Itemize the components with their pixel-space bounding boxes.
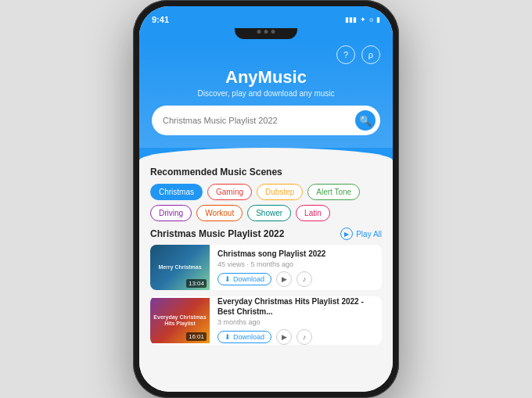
song-meta-2: 3 months ago [217,318,374,326]
notch [235,28,297,39]
notch-dot-1 [257,30,261,34]
search-input[interactable] [163,116,349,125]
chip-driving[interactable]: Driving [150,205,192,221]
search-icon: 🔍 [359,115,372,127]
download-icon-2: ⬇ [225,333,231,341]
header-icons: ? ρ [152,45,380,64]
song-info-2: Everyday Christmas Hits Playlist 2022 - … [217,296,374,345]
chip-dubstep[interactable]: Dubstep [257,184,303,200]
status-time: 9:41 [152,15,169,24]
chip-gaming[interactable]: Gaming [207,184,252,200]
download-label-1: Download [233,275,264,283]
download-icon-1: ⬇ [225,275,231,283]
song-card-1: Merry Christmas 13:04 Christmas song Pla… [150,245,382,290]
app-subtitle: Discover, play and download any music [152,89,380,98]
header: ? ρ AnyMusic Discover, play and download… [139,41,393,148]
notch-dot-3 [271,30,275,34]
chip-alert-tone[interactable]: Alert Tone [307,184,360,200]
wifi-icon: ⌾ [369,16,373,23]
battery-icon: ▮ [376,16,380,23]
play-all-label: Play All [356,230,382,238]
song-name-1: Christmas song Playlist 2022 [217,249,374,259]
play-button-1[interactable]: ▶ [276,271,292,287]
notch-dots [257,30,275,34]
help-icon: ? [343,50,348,59]
play-all-button[interactable]: ▶ Play All [340,228,382,240]
song-card-2: Everyday Christmas Hits Playlist 16:01 E… [150,296,382,345]
search-button[interactable]: 🔍 [355,110,376,131]
download-button-1[interactable]: ⬇ Download [217,273,271,285]
song-actions-2: ⬇ Download ▶ ♪ [217,329,374,345]
chip-shower[interactable]: Shower [247,205,291,221]
thumb-duration-2: 16:01 [186,332,207,341]
status-bar: 9:41 ▮▮▮ ✦ ⌾ ▮ [139,6,393,28]
play-all-icon: ▶ [340,228,353,240]
phone-screen: 9:41 ▮▮▮ ✦ ⌾ ▮ ? [139,6,393,392]
main-content: Recommended Music Scenes Christmas Gamin… [139,160,393,392]
song-name-2: Everyday Christmas Hits Playlist 2022 - … [217,296,374,317]
notch-area [139,28,393,41]
song-thumb-1: Merry Christmas 13:04 [150,245,210,290]
song-thumb-2: Everyday Christmas Hits Playlist 16:01 [150,298,210,343]
chip-latin[interactable]: Latin [296,205,330,221]
status-icons: ▮▮▮ ✦ ⌾ ▮ [345,16,380,23]
playlist-header: Christmas Music Playlist 2022 ▶ Play All [150,228,382,240]
signal-icon: ▮▮▮ [345,16,357,23]
phone-frame: 9:41 ▮▮▮ ✦ ⌾ ▮ ? [133,0,399,398]
chip-workout[interactable]: Workout [196,205,243,221]
add-to-queue-button-2[interactable]: ♪ [297,329,312,345]
song-actions-1: ⬇ Download ▶ ♪ [217,271,374,287]
profile-icon: ρ [368,50,373,59]
chip-christmas[interactable]: Christmas [150,184,203,200]
profile-button[interactable]: ρ [361,45,380,64]
playlist-section-title: Christmas Music Playlist 2022 [150,228,284,239]
search-bar[interactable]: 🔍 [152,106,380,135]
download-label-2: Download [233,333,264,341]
song-info-1: Christmas song Playlist 2022 45 views · … [217,249,374,287]
download-button-2[interactable]: ⬇ Download [217,331,271,343]
bluetooth-icon: ✦ [360,16,366,23]
wave-divider [139,148,393,160]
help-button[interactable]: ? [336,45,355,64]
thumb-duration-1: 13:04 [186,279,207,288]
chips-row-1: Christmas Gaming Dubstep Alert Tone [150,184,382,200]
chips-row-2: Driving Workout Shower Latin [150,205,382,221]
recommended-title: Recommended Music Scenes [150,167,382,177]
play-button-2[interactable]: ▶ [276,329,292,345]
notch-dot-2 [264,30,268,34]
add-to-queue-button-1[interactable]: ♪ [297,271,312,287]
song-meta-1: 45 views · 5 months ago [217,260,374,268]
app-title: AnyMusic [152,67,380,88]
